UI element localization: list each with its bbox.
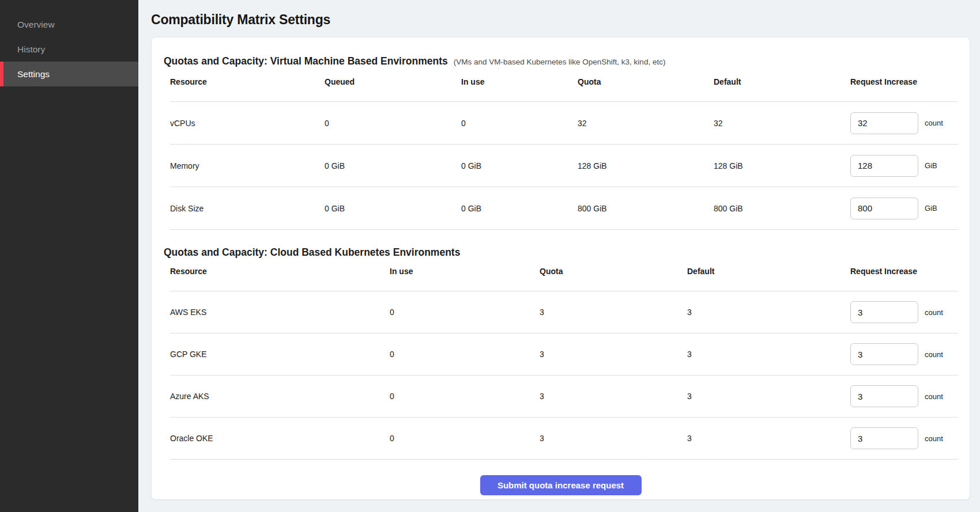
table-row-memory: Memory 0 GiB 0 GiB 128 GiB 128 GiB GiB bbox=[170, 145, 958, 187]
column-header-resource: Resource bbox=[170, 77, 325, 86]
cell-queued: 0 GiB bbox=[325, 204, 461, 213]
cloud-section-title: Quotas and Capacity: Cloud Based Kuberne… bbox=[164, 246, 460, 259]
cell-queued: 0 bbox=[325, 119, 461, 128]
cell-in-use: 0 GiB bbox=[461, 204, 578, 213]
column-header-in-use: In use bbox=[390, 267, 540, 276]
table-row-oracle-oke: Oracle OKE 0 3 3 count bbox=[170, 418, 958, 460]
unit-label: count bbox=[925, 392, 943, 401]
cell-default: 3 bbox=[687, 434, 850, 443]
disk-size-request-increase-input[interactable] bbox=[850, 198, 918, 219]
column-header-default: Default bbox=[687, 267, 850, 276]
cell-resource: Memory bbox=[170, 161, 325, 170]
cell-resource: Oracle OKE bbox=[170, 434, 390, 443]
sidebar: Overview History Settings bbox=[0, 0, 138, 512]
column-header-in-use: In use bbox=[461, 77, 578, 86]
cell-in-use: 0 bbox=[390, 434, 540, 443]
cell-quota: 32 bbox=[578, 119, 714, 128]
cloud-section-header: Quotas and Capacity: Cloud Based Kuberne… bbox=[152, 230, 970, 259]
unit-label: count bbox=[925, 350, 943, 359]
unit-label: count bbox=[925, 119, 943, 127]
unit-label: GiB bbox=[925, 161, 937, 170]
cell-resource: AWS EKS bbox=[170, 308, 390, 317]
cell-default: 3 bbox=[687, 308, 850, 317]
vm-quota-table: Resource Queued In use Quota Default Req… bbox=[170, 67, 958, 230]
cloud-quota-table: Resource In use Quota Default Request In… bbox=[170, 259, 958, 460]
column-header-resource: Resource bbox=[170, 267, 390, 276]
azure-aks-request-increase-input[interactable] bbox=[850, 385, 918, 407]
cell-default: 3 bbox=[687, 350, 850, 359]
memory-request-increase-input[interactable] bbox=[850, 155, 918, 177]
cell-resource: Azure AKS bbox=[170, 392, 390, 401]
cell-in-use: 0 bbox=[390, 350, 540, 359]
column-header-request-increase: Request Increase bbox=[850, 77, 958, 86]
cell-in-use: 0 bbox=[390, 392, 540, 401]
table-row-azure-aks: Azure AKS 0 3 3 count bbox=[170, 376, 958, 418]
sidebar-item-label: Overview bbox=[17, 20, 55, 30]
cell-quota: 128 GiB bbox=[578, 161, 714, 170]
cell-resource: GCP GKE bbox=[170, 350, 390, 359]
vm-section-subtitle: (VMs and VM-based Kubernetes like OpenSh… bbox=[454, 58, 666, 66]
column-header-queued: Queued bbox=[325, 77, 461, 86]
column-header-default: Default bbox=[714, 77, 850, 86]
gcp-gke-request-increase-input[interactable] bbox=[850, 343, 918, 365]
page-title: Compatibility Matrix Settings bbox=[151, 12, 970, 28]
submit-button-row: Submit quota increase request bbox=[152, 475, 970, 495]
settings-card: Quotas and Capacity: Virtual Machine Bas… bbox=[151, 37, 970, 500]
sidebar-item-label: Settings bbox=[17, 69, 50, 79]
sidebar-item-label: History bbox=[17, 44, 45, 55]
cell-in-use: 0 GiB bbox=[461, 161, 578, 170]
cell-quota: 3 bbox=[540, 308, 687, 317]
vm-section-title: Quotas and Capacity: Virtual Machine Bas… bbox=[164, 55, 448, 67]
cell-default: 128 GiB bbox=[714, 161, 850, 170]
oracle-oke-request-increase-input[interactable] bbox=[850, 427, 918, 449]
cell-in-use: 0 bbox=[390, 308, 540, 317]
submit-quota-increase-button[interactable]: Submit quota increase request bbox=[480, 475, 642, 495]
cell-quota: 3 bbox=[540, 434, 687, 443]
unit-label: count bbox=[925, 434, 943, 443]
table-row-aws-eks: AWS EKS 0 3 3 count bbox=[170, 291, 958, 333]
cell-default: 32 bbox=[714, 119, 850, 128]
cell-quota: 3 bbox=[540, 350, 687, 359]
vcpus-request-increase-input[interactable] bbox=[850, 112, 918, 134]
table-row-vcpus: vCPUs 0 0 32 32 count bbox=[170, 102, 958, 145]
sidebar-item-settings[interactable]: Settings bbox=[0, 62, 138, 86]
cell-quota: 3 bbox=[540, 392, 687, 401]
cell-default: 3 bbox=[687, 392, 850, 401]
unit-label: count bbox=[925, 308, 943, 317]
cell-default: 800 GiB bbox=[714, 204, 850, 213]
table-row-disk-size: Disk Size 0 GiB 0 GiB 800 GiB 800 GiB Gi… bbox=[170, 187, 958, 230]
vm-section-header: Quotas and Capacity: Virtual Machine Bas… bbox=[152, 37, 970, 67]
column-header-request-increase: Request Increase bbox=[850, 267, 958, 276]
cell-resource: vCPUs bbox=[170, 119, 325, 128]
cell-resource: Disk Size bbox=[170, 204, 325, 213]
cloud-table-header-row: Resource In use Quota Default Request In… bbox=[170, 259, 958, 291]
sidebar-item-history[interactable]: History bbox=[0, 37, 138, 62]
column-header-quota: Quota bbox=[540, 267, 687, 276]
column-header-quota: Quota bbox=[578, 77, 714, 86]
cell-quota: 800 GiB bbox=[578, 204, 714, 213]
sidebar-item-overview[interactable]: Overview bbox=[0, 12, 138, 37]
cell-queued: 0 GiB bbox=[325, 161, 461, 170]
aws-eks-request-increase-input[interactable] bbox=[850, 301, 918, 323]
unit-label: GiB bbox=[925, 204, 937, 213]
main-content: Compatibility Matrix Settings Quotas and… bbox=[138, 0, 980, 512]
table-row-gcp-gke: GCP GKE 0 3 3 count bbox=[170, 333, 958, 376]
cell-in-use: 0 bbox=[461, 119, 578, 128]
vm-table-header-row: Resource Queued In use Quota Default Req… bbox=[170, 67, 958, 102]
